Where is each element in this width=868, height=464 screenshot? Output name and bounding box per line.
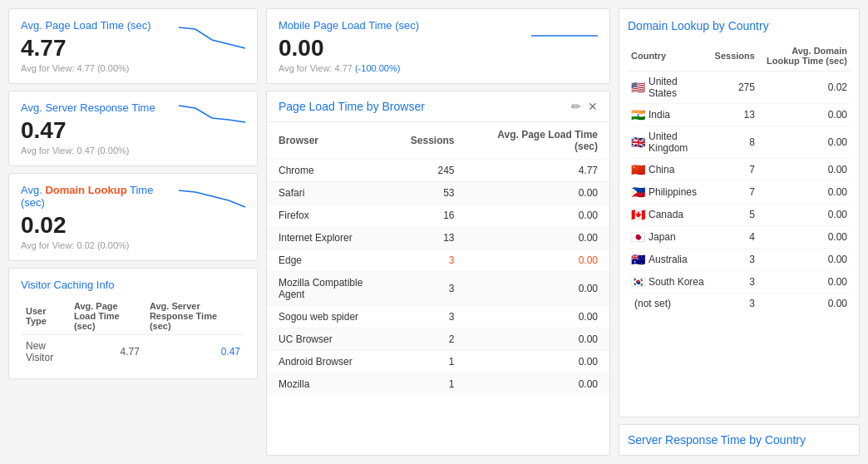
table-row: Safari530.00 (267, 182, 609, 205)
close-icon[interactable]: ✕ (588, 100, 598, 113)
visitor-col-user-type: User Type (21, 298, 69, 335)
browser-card-actions: ✏ ✕ (571, 100, 598, 113)
country-sessions: 3 (712, 271, 758, 294)
country-sessions: 8 (712, 126, 758, 159)
domain-col-country: Country (628, 41, 712, 72)
country-cell: 🇺🇸United States (628, 72, 712, 104)
server-response-title-card: Server Response Time by Country (619, 424, 860, 456)
browser-sessions: 53 (399, 182, 466, 205)
browser-name: Android Browser (267, 351, 399, 373)
table-row: 🇵🇭Philippines70.00 (628, 181, 851, 204)
browser-card-header: Page Load Time by Browser ✏ ✕ (267, 91, 609, 122)
avg-domain-lookup-value: 0.02 (21, 212, 179, 239)
visitor-col-server-response: Avg. Server Response Time (sec) (145, 298, 245, 335)
domain-lookup-table: Country Sessions Avg. Domain Lookup Time… (628, 41, 851, 313)
country-name: China (649, 164, 674, 175)
mobile-page-load-title: Mobile Page Load Time (sec) (279, 19, 419, 32)
flag-icon: 🇨🇦 (631, 208, 645, 221)
country-avg-domain: 0.00 (758, 226, 851, 249)
avg-domain-lookup-sparkline (179, 184, 245, 217)
browser-sessions: 1 (399, 351, 466, 373)
flag-icon: 🇦🇺 (631, 253, 645, 266)
country-cell: 🇰🇷South Korea (628, 271, 712, 294)
avg-page-load-title: Avg. Page Load Time (sec) (21, 19, 151, 32)
browser-avg-load: 0.00 (466, 227, 609, 249)
country-name: Japan (649, 231, 676, 243)
mobile-page-load-value: 0.00 (279, 35, 419, 62)
flag-icon: 🇯🇵 (631, 230, 645, 244)
country-cell: 🇦🇺Australia (628, 249, 712, 271)
country-sessions: 275 (712, 72, 758, 104)
edit-icon[interactable]: ✏ (571, 100, 581, 113)
avg-domain-lookup-title: Avg. Domain Lookup Time (sec) (21, 184, 179, 209)
table-row: New Visitor 4.77 0.47 (21, 335, 245, 369)
browser-avg-load: 0.00 (466, 351, 609, 373)
flag-icon: 🇺🇸 (631, 81, 645, 94)
flag-icon: 🇰🇷 (631, 275, 645, 289)
table-row: 🇬🇧United Kingdom80.00 (628, 126, 851, 159)
country-avg-domain: 0.00 (758, 249, 851, 271)
country-name: South Korea (649, 276, 704, 288)
table-row: Mozilla10.00 (267, 373, 609, 396)
avg-server-response-card: Avg. Server Response Time 0.47 Avg for V… (8, 91, 258, 166)
browser-col-sessions: Sessions (399, 122, 466, 160)
country-sessions: 3 (712, 249, 758, 271)
flag-icon: 🇵🇭 (631, 185, 645, 199)
browser-name: Safari (267, 182, 399, 205)
avg-server-response-sparkline (179, 101, 245, 135)
country-sessions: 7 (712, 159, 758, 181)
browser-sessions: 3 (399, 249, 466, 272)
country-name: (not set) (634, 298, 671, 309)
browser-table-header-row: Browser Sessions Avg. Page Load Time (se… (267, 122, 609, 160)
top-metric-row: Mobile Page Load Time (sec) 0.00 Avg for… (266, 8, 610, 84)
domain-col-sessions: Sessions (712, 41, 758, 72)
country-name: Canada (649, 209, 683, 220)
country-sessions: 3 (712, 294, 758, 314)
browser-table-card: Page Load Time by Browser ✏ ✕ Browser Se… (266, 91, 610, 456)
country-avg-domain: 0.00 (758, 159, 851, 181)
table-row: 🇨🇳China70.00 (628, 159, 851, 181)
table-row: Edge30.00 (267, 249, 609, 272)
country-avg-domain: 0.00 (758, 294, 851, 314)
visitor-caching-table: User Type Avg. Page Load Time (sec) Avg.… (21, 298, 245, 368)
table-row: 🇺🇸United States2750.02 (628, 72, 851, 104)
avg-domain-lookup-card: Avg. Domain Lookup Time (sec) 0.02 Avg f… (8, 173, 258, 261)
domain-col-avg-domain: Avg. Domain Lookup Time (sec) (758, 41, 851, 72)
table-row: Mozilla Compatible Agent30.00 (267, 272, 609, 306)
flag-icon: 🇮🇳 (631, 108, 645, 121)
browser-name: Edge (267, 249, 399, 272)
country-name: India (649, 109, 670, 121)
browser-sessions: 2 (399, 328, 466, 351)
browser-avg-load: 0.00 (466, 249, 609, 272)
browser-name: Mozilla (267, 373, 399, 396)
browser-avg-load: 0.00 (466, 373, 609, 396)
table-row: 🇮🇳India130.00 (628, 104, 851, 126)
browser-avg-load: 4.77 (466, 160, 609, 182)
country-avg-domain: 0.02 (758, 72, 851, 104)
flag-icon: 🇬🇧 (631, 136, 645, 149)
country-name: Philippines (649, 186, 697, 198)
table-row: Chrome2454.77 (267, 160, 609, 182)
browser-sessions: 3 (399, 272, 466, 306)
browser-name: UC Browser (267, 328, 399, 351)
country-name: United Kingdom (649, 131, 708, 154)
visitor-user-type: New Visitor (21, 335, 69, 369)
browser-col-avg-load: Avg. Page Load Time (sec) (466, 122, 609, 160)
browser-name: Firefox (267, 205, 399, 227)
country-cell: 🇨🇦Canada (628, 204, 712, 226)
browser-avg-load: 0.00 (466, 306, 609, 328)
country-sessions: 4 (712, 226, 758, 249)
table-row: Android Browser10.00 (267, 351, 609, 373)
country-avg-domain: 0.00 (758, 271, 851, 294)
country-cell: 🇮🇳India (628, 104, 712, 126)
browser-sessions: 1 (399, 373, 466, 396)
domain-lookup-title: Domain Lookup by Country (628, 19, 851, 32)
browser-table-title: Page Load Time by Browser (279, 100, 425, 113)
country-sessions: 13 (712, 104, 758, 126)
country-cell: 🇨🇳China (628, 159, 712, 181)
country-avg-domain: 0.00 (758, 126, 851, 159)
browser-sessions: 16 (399, 205, 466, 227)
avg-server-response-sub: Avg for View: 0.47 (0.00%) (21, 146, 155, 155)
country-cell: (not set) (628, 294, 712, 314)
mobile-page-load-sub: Avg for View: 4.77 (-100.00%) (279, 63, 419, 73)
